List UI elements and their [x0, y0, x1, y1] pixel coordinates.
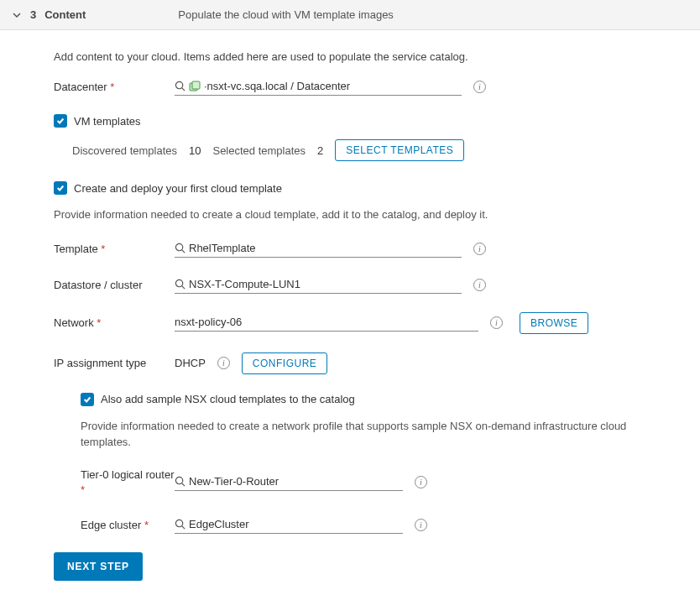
search-icon — [175, 476, 185, 487]
network-row: Network i BROWSE — [54, 312, 655, 334]
svg-line-7 — [182, 285, 185, 288]
svg-point-10 — [175, 520, 182, 526]
nsx-desc: Provide information needed to create a n… — [81, 418, 655, 451]
edge-label: Edge cluster — [81, 519, 175, 531]
svg-line-11 — [182, 526, 185, 529]
vm-templates-label: VM templates — [74, 115, 140, 128]
discovered-templates-label: Discovered templates — [72, 144, 177, 157]
datacenter-input-wrap[interactable] — [175, 78, 462, 96]
create-deploy-checkbox-row: Create and deploy your first cloud templ… — [54, 181, 655, 195]
chevron-down-icon — [12, 10, 22, 20]
svg-point-4 — [175, 243, 182, 250]
datastore-input-wrap[interactable] — [175, 276, 462, 294]
nsx-block: Also add sample NSX cloud templates to t… — [81, 393, 655, 534]
info-icon[interactable]: i — [490, 316, 503, 329]
create-deploy-label: Create and deploy your first cloud templ… — [74, 182, 282, 195]
edge-input-wrap[interactable] — [175, 516, 403, 534]
tier0-label: Tier-0 logical router — [81, 467, 175, 498]
svg-line-1 — [182, 88, 185, 91]
search-icon — [175, 243, 185, 253]
browse-button[interactable]: BROWSE — [520, 312, 588, 334]
edge-input[interactable] — [189, 518, 403, 530]
info-icon[interactable]: i — [415, 476, 427, 488]
info-icon[interactable]: i — [415, 519, 427, 531]
nsx-label: Also add sample NSX cloud templates to t… — [101, 393, 355, 405]
datastore-input[interactable] — [189, 278, 462, 290]
step-number: 3 — [30, 8, 36, 21]
vm-templates-checkbox[interactable] — [54, 114, 67, 128]
info-icon[interactable]: i — [217, 357, 230, 369]
tier0-row: Tier-0 logical router i — [81, 467, 655, 498]
ip-row: IP assignment type DHCP i CONFIGURE — [54, 352, 655, 374]
selected-templates-count: 2 — [317, 144, 323, 157]
network-input[interactable] — [175, 314, 478, 332]
template-row: Template i — [54, 240, 655, 258]
step-title: Content — [44, 8, 86, 21]
datastore-row: Datastore / cluster i — [54, 276, 655, 294]
datastore-label: Datastore / cluster — [54, 279, 175, 291]
info-icon[interactable]: i — [473, 243, 486, 255]
svg-point-8 — [175, 478, 182, 484]
nsx-checkbox-row: Also add sample NSX cloud templates to t… — [81, 393, 655, 406]
datacenter-label: Datacenter — [54, 81, 175, 93]
datacenter-row: Datacenter i — [54, 78, 655, 96]
template-input-wrap[interactable] — [175, 240, 462, 258]
ip-value: DHCP — [175, 357, 206, 369]
edge-row: Edge cluster i — [81, 516, 655, 534]
search-icon — [175, 81, 185, 91]
svg-line-5 — [182, 249, 185, 252]
svg-point-0 — [175, 81, 182, 88]
network-label: Network — [54, 316, 175, 329]
info-icon[interactable]: i — [473, 279, 486, 291]
selected-templates-label: Selected templates — [212, 144, 306, 157]
svg-rect-3 — [192, 81, 200, 89]
tier0-input[interactable] — [189, 475, 403, 488]
nsx-checkbox[interactable] — [81, 393, 94, 406]
ip-label: IP assignment type — [54, 357, 175, 369]
info-icon[interactable]: i — [473, 81, 486, 93]
step-description: Populate the cloud with VM template imag… — [178, 8, 394, 21]
intro-text: Add content to your cloud. Items added h… — [54, 50, 655, 63]
content-panel: Add content to your cloud. Items added h… — [0, 30, 655, 601]
section-header[interactable]: 3 Content Populate the cloud with VM tem… — [0, 0, 700, 30]
template-label: Template — [54, 243, 175, 255]
search-icon — [175, 279, 185, 290]
select-templates-button[interactable]: SELECT TEMPLATES — [335, 139, 464, 161]
svg-line-9 — [182, 483, 185, 486]
next-step-button[interactable]: NEXT STEP — [54, 552, 143, 581]
svg-point-6 — [175, 279, 182, 286]
discovered-templates-count: 10 — [189, 144, 201, 157]
configure-button[interactable]: CONFIGURE — [242, 352, 328, 374]
datacenter-icon — [189, 81, 201, 92]
tier0-input-wrap[interactable] — [175, 473, 403, 491]
template-input[interactable] — [189, 242, 462, 254]
create-deploy-checkbox[interactable] — [54, 181, 67, 195]
templates-summary: Discovered templates 10 Selected templat… — [72, 139, 655, 161]
search-icon — [175, 519, 185, 530]
vm-templates-checkbox-row: VM templates — [54, 114, 655, 128]
datacenter-input[interactable] — [204, 80, 462, 92]
create-deploy-desc: Provide information needed to create a c… — [54, 206, 655, 223]
